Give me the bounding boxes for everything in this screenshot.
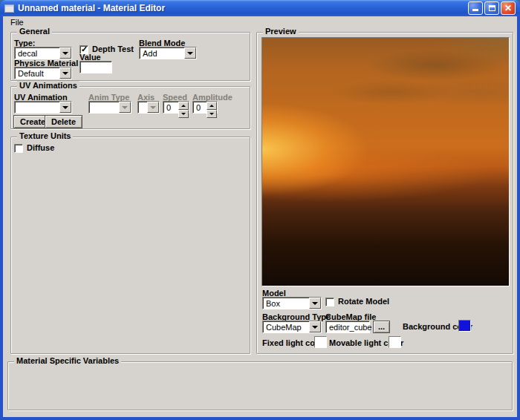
minimize-button[interactable] [468, 1, 483, 15]
preview-caption: Preview [263, 27, 299, 36]
close-icon: ✕ [504, 4, 512, 13]
type-dropdown-button[interactable] [59, 47, 71, 59]
speed-up-button[interactable] [178, 102, 189, 110]
type-value: decal [18, 48, 37, 59]
chevron-down-icon [312, 326, 318, 332]
maximize-icon [489, 5, 495, 11]
value-field[interactable] [79, 61, 112, 73]
rotate-model-label: Rotate Model [338, 297, 389, 306]
axis-dropdown-button [147, 102, 159, 113]
maximize-button[interactable] [484, 1, 499, 15]
arrow-up-icon [209, 102, 214, 107]
background-type-dropdown[interactable]: CubeMap [262, 321, 322, 333]
amplitude-up-button[interactable] [207, 102, 217, 110]
arrow-up-icon [181, 102, 186, 107]
diffuse-checkbox[interactable] [14, 144, 23, 153]
background-type-value: CubeMap [266, 322, 302, 332]
blend-mode-value: Add [143, 48, 157, 59]
fixed-light-color-swatch[interactable] [314, 336, 327, 348]
texture-units-group: Texture Units Diffuse [10, 137, 250, 354]
amplitude-value: 0 [196, 102, 201, 113]
physics-material-dropdown-button[interactable] [59, 68, 71, 79]
material-editor-window: Unnamed material - Material Editor ✕ Fil… [0, 0, 520, 420]
chevron-down-icon [62, 72, 68, 78]
model-dropdown-button[interactable] [309, 298, 321, 309]
general-caption: General [17, 27, 52, 36]
texture-units-caption: Texture Units [17, 131, 73, 140]
physics-material-value: Default [18, 68, 44, 79]
blend-mode-dropdown[interactable]: Add [139, 47, 197, 59]
material-specific-variables-caption: Material Specific Variables [14, 356, 121, 365]
chevron-down-icon [122, 106, 128, 112]
close-button[interactable]: ✕ [501, 1, 516, 15]
amplitude-stepper[interactable]: 0 [192, 101, 218, 114]
delete-button[interactable]: Delete [45, 115, 82, 128]
type-dropdown[interactable]: decal [14, 47, 72, 59]
minimize-icon [472, 5, 478, 11]
material-specific-variables-group: Material Specific Variables [7, 361, 513, 410]
title-bar[interactable]: Unnamed material - Material Editor ✕ [0, 0, 520, 16]
arrow-down-icon [209, 113, 214, 117]
speed-down-button[interactable] [178, 110, 189, 118]
cubemap-file-value: editor_cube [329, 322, 372, 332]
preview-group: Preview Model Box Rotate Model Backgroun… [256, 32, 513, 354]
general-group: General Type: decal Depth Test Value Ble… [10, 32, 250, 81]
amplitude-down-button[interactable] [207, 110, 217, 118]
chevron-down-icon [150, 106, 156, 112]
window-icon [4, 4, 14, 13]
browse-button[interactable]: ... [373, 321, 390, 333]
menu-bar: File [3, 16, 517, 28]
axis-dropdown [137, 101, 160, 114]
window-title: Unnamed material - Material Editor [18, 3, 165, 13]
blend-mode-dropdown-button[interactable] [184, 47, 196, 59]
speed-value: 0 [166, 102, 171, 113]
chevron-down-icon [62, 106, 68, 112]
background-color-swatch[interactable] [458, 320, 471, 332]
rotate-model-checkbox[interactable] [325, 298, 334, 306]
menu-file[interactable]: File [6, 17, 28, 27]
diffuse-label: Diffuse [27, 143, 54, 152]
chevron-down-icon [62, 52, 68, 58]
anim-type-dropdown-button [119, 102, 131, 113]
speed-stepper[interactable]: 0 [163, 101, 189, 114]
model-value: Box [266, 298, 280, 309]
chevron-down-icon [312, 302, 318, 308]
uv-animations-caption: UV Animations [17, 81, 79, 90]
uv-animation-dropdown[interactable] [14, 101, 72, 114]
material-preview-image[interactable] [261, 37, 510, 286]
uv-animations-group: UV Animations UV Animation Anim Type Axi… [10, 86, 250, 129]
cubemap-file-field[interactable]: editor_cube [325, 321, 370, 333]
chevron-down-icon [187, 52, 193, 58]
uv-animation-dropdown-button[interactable] [59, 102, 71, 113]
background-type-dropdown-button[interactable] [309, 321, 321, 332]
movable-light-color-swatch[interactable] [389, 336, 401, 348]
physics-material-dropdown[interactable]: Default [14, 67, 72, 79]
model-dropdown[interactable]: Box [262, 297, 322, 309]
arrow-down-icon [181, 113, 186, 117]
client-area: File General Type: decal Depth Test Valu… [3, 16, 517, 417]
anim-type-dropdown [88, 101, 131, 114]
